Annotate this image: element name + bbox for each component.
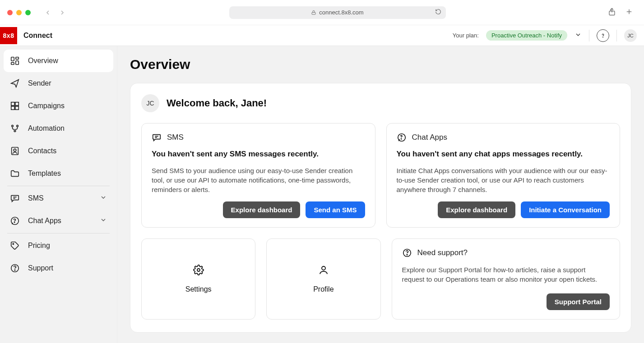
app-header: 8x8 Connect Your plan: Proactive Outreac… — [0, 25, 644, 46]
brand-name: Connect — [23, 32, 52, 40]
avatar[interactable]: JC — [624, 29, 637, 42]
svg-point-15 — [14, 130, 16, 132]
chevron-down-icon[interactable] — [575, 31, 582, 40]
profile-tile[interactable]: Profile — [266, 238, 380, 320]
sidebar-item-overview[interactable]: Overview — [4, 50, 113, 72]
url-bar[interactable]: connect.8x8.com — [229, 6, 446, 19]
svg-rect-10 — [15, 102, 19, 105]
brand-logo[interactable]: 8x8 — [0, 27, 17, 44]
browser-nav — [43, 8, 67, 17]
panel-title: Chat Apps — [412, 133, 447, 142]
header-right: Your plan: Proactive Outreach - Notify J… — [453, 29, 644, 42]
user-icon — [318, 265, 329, 277]
support-portal-button[interactable]: Support Portal — [547, 293, 610, 310]
svg-point-21 — [14, 222, 14, 223]
svg-point-29 — [197, 269, 200, 271]
svg-point-13 — [12, 125, 14, 127]
svg-rect-12 — [15, 106, 19, 110]
new-tab-icon[interactable] — [625, 8, 633, 18]
sidebar-item-label: Support — [28, 264, 53, 272]
plan-badge[interactable]: Proactive Outreach - Notify — [486, 30, 567, 41]
explore-dashboard-button[interactable]: Explore dashboard — [223, 201, 301, 218]
flow-icon — [10, 123, 20, 133]
sidebar-item-contacts[interactable]: Contacts — [4, 140, 113, 162]
chevron-down-icon — [100, 194, 107, 203]
contacts-icon — [10, 146, 20, 156]
sidebar-item-label: Contacts — [28, 147, 56, 155]
panel-description: Initiate Chat Apps conversations with yo… — [397, 166, 610, 194]
panel-title: SMS — [167, 133, 184, 142]
window-close-button[interactable] — [7, 10, 13, 15]
help-icon — [10, 263, 20, 273]
avatar: JC — [141, 94, 159, 112]
sidebar-item-support[interactable]: Support — [4, 257, 113, 279]
main-content: Overview JC Welcome back, Jane! SMS You … — [117, 46, 644, 343]
svg-rect-9 — [11, 102, 14, 105]
sms-panel: SMS You haven't sent any SMS messages re… — [141, 123, 375, 228]
svg-point-30 — [322, 266, 325, 270]
sidebar-item-label: Overview — [28, 57, 58, 65]
page-title: Overview — [130, 57, 631, 72]
gear-icon — [193, 265, 204, 277]
panel-description: Explore our Support Portal for how-to ar… — [402, 265, 610, 284]
explore-dashboard-button[interactable]: Explore dashboard — [438, 201, 515, 218]
browser-actions — [608, 8, 633, 18]
plan-label: Your plan: — [453, 32, 479, 39]
panel-headline: You haven't sent any chat apps messages … — [397, 150, 610, 159]
reload-icon[interactable] — [435, 9, 441, 16]
sidebar-divider — [7, 186, 110, 186]
send-icon — [10, 78, 20, 88]
svg-rect-0 — [312, 12, 315, 14]
sidebar-item-label: Chat Apps — [28, 217, 61, 225]
whatsapp-icon — [10, 216, 20, 226]
svg-point-14 — [17, 125, 19, 127]
forward-button[interactable] — [58, 8, 67, 17]
svg-point-22 — [13, 243, 14, 244]
welcome-row: JC Welcome back, Jane! — [141, 94, 620, 112]
sidebar-item-chat-apps[interactable]: Chat Apps — [4, 210, 113, 232]
sidebar-item-pricing[interactable]: Pricing — [4, 234, 113, 257]
send-sms-button[interactable]: Send an SMS — [306, 201, 365, 218]
brand-area: 8x8 Connect — [0, 27, 52, 44]
tile-label: Profile — [313, 285, 334, 293]
window-minimize-button[interactable] — [16, 10, 22, 15]
sidebar-item-label: Automation — [28, 124, 65, 133]
share-icon[interactable] — [608, 8, 616, 18]
svg-point-32 — [407, 254, 407, 255]
bottom-grid: Settings Profile Need support? Exp — [141, 238, 620, 320]
svg-rect-7 — [16, 61, 19, 64]
sidebar-item-sms[interactable]: SMS — [4, 187, 113, 210]
whatsapp-icon — [397, 133, 407, 142]
panel-title: Need support? — [417, 248, 468, 257]
tile-label: Settings — [185, 285, 212, 293]
chevron-down-icon — [100, 216, 107, 225]
svg-rect-11 — [11, 106, 14, 110]
sidebar-item-label: Pricing — [28, 242, 50, 250]
help-icon — [402, 248, 412, 258]
tag-icon — [10, 241, 20, 251]
window-controls — [7, 10, 31, 15]
back-button[interactable] — [43, 8, 52, 17]
window-maximize-button[interactable] — [25, 10, 31, 15]
sidebar-item-label: Templates — [28, 169, 61, 178]
sidebar-item-automation[interactable]: Automation — [4, 117, 113, 140]
content-card: JC Welcome back, Jane! SMS You haven't s… — [130, 83, 631, 333]
sidebar-item-sender[interactable]: Sender — [4, 72, 113, 95]
support-panel: Need support? Explore our Support Portal… — [392, 238, 621, 320]
chat-apps-panel: Chat Apps You haven't sent any chat apps… — [386, 123, 621, 228]
url-text: connect.8x8.com — [319, 9, 363, 16]
settings-tile[interactable]: Settings — [141, 238, 255, 320]
dashboard-icon — [10, 56, 20, 66]
sidebar-item-campaigns[interactable]: Campaigns — [4, 95, 113, 117]
grid-icon — [10, 101, 20, 111]
initiate-conversation-button[interactable]: Initiate a Conversation — [521, 201, 610, 218]
svg-rect-5 — [11, 57, 14, 61]
sidebar-item-label: SMS — [28, 194, 44, 202]
svg-point-17 — [14, 149, 16, 151]
help-button[interactable] — [597, 29, 609, 42]
divider — [616, 30, 617, 41]
lock-icon — [311, 10, 316, 15]
divider — [589, 30, 589, 41]
svg-point-28 — [401, 139, 401, 139]
sidebar-item-templates[interactable]: Templates — [4, 162, 113, 185]
